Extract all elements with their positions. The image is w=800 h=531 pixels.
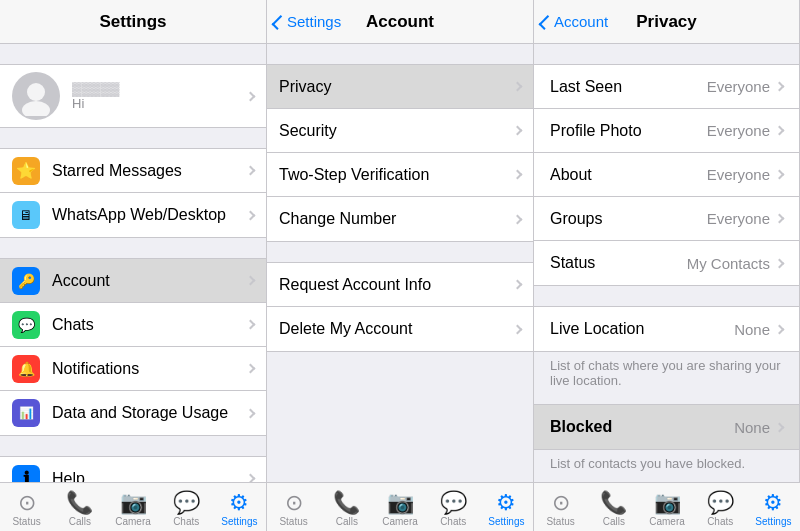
account-item[interactable]: 🔑 Account bbox=[0, 259, 266, 303]
profilephoto-label: Profile Photo bbox=[550, 122, 707, 140]
tab-calls-mid[interactable]: 📞 Calls bbox=[320, 483, 373, 531]
blocked-value: None bbox=[734, 419, 770, 436]
status-icon-mid: ⊙ bbox=[285, 492, 303, 514]
webdesktop-item[interactable]: 🖥 WhatsApp Web/Desktop bbox=[0, 193, 266, 237]
status-item[interactable]: Status My Contacts bbox=[534, 241, 799, 285]
about-label: About bbox=[550, 166, 707, 184]
account-panel: Settings Account Privacy Security Two-St… bbox=[267, 0, 534, 482]
twostep-label: Two-Step Verification bbox=[279, 166, 514, 184]
account-header: Settings Account bbox=[267, 0, 533, 44]
status-label-left: Status bbox=[12, 516, 40, 527]
storage-item[interactable]: 📊 Data and Storage Usage bbox=[0, 391, 266, 435]
tab-camera-left[interactable]: 📷 Camera bbox=[106, 483, 159, 531]
lastseen-item[interactable]: Last Seen Everyone bbox=[534, 65, 799, 109]
privacy-section-2: Live Location None bbox=[534, 306, 799, 352]
tab-status-mid[interactable]: ⊙ Status bbox=[267, 483, 320, 531]
account-chevron bbox=[246, 276, 256, 286]
groups-item[interactable]: Groups Everyone bbox=[534, 197, 799, 241]
blocked-note: List of contacts you have blocked. bbox=[534, 450, 799, 477]
settings-title: Settings bbox=[99, 12, 166, 32]
livelocation-note: List of chats where you are sharing your… bbox=[534, 352, 799, 394]
privacy-back-button[interactable]: Account bbox=[542, 13, 608, 30]
account-section-1: Privacy Security Two-Step Verification C… bbox=[267, 64, 533, 242]
account-back-button[interactable]: Settings bbox=[275, 13, 341, 30]
lastseen-value: Everyone bbox=[707, 78, 770, 95]
livelocation-value: None bbox=[734, 321, 770, 338]
status-icon-left: ⊙ bbox=[18, 492, 36, 514]
security-item[interactable]: Security bbox=[267, 109, 533, 153]
privacy-header: Account Privacy bbox=[534, 0, 799, 44]
tab-status-left[interactable]: ⊙ Status bbox=[0, 483, 53, 531]
tab-chats-mid[interactable]: 💬 Chats bbox=[427, 483, 480, 531]
privacy-back-chevron bbox=[539, 15, 554, 30]
left-tab-bar: ⊙ Status 📞 Calls 📷 Camera 💬 Chats ⚙ Sett… bbox=[0, 483, 267, 531]
chats-label-right: Chats bbox=[707, 516, 733, 527]
svg-point-1 bbox=[22, 101, 50, 116]
tab-chats-left[interactable]: 💬 Chats bbox=[160, 483, 213, 531]
account-section-2: Request Account Info Delete My Account bbox=[267, 262, 533, 352]
starred-icon: ⭐ bbox=[12, 157, 40, 185]
status-value: My Contacts bbox=[687, 255, 770, 272]
storage-icon: 📊 bbox=[12, 399, 40, 427]
mid-tab-bar: ⊙ Status 📞 Calls 📷 Camera 💬 Chats ⚙ Sett… bbox=[267, 483, 534, 531]
profile-row[interactable]: ▓▓▓▓▓ Hi bbox=[0, 64, 266, 128]
tab-camera-mid[interactable]: 📷 Camera bbox=[373, 483, 426, 531]
lastseen-label: Last Seen bbox=[550, 78, 707, 96]
livelocation-item[interactable]: Live Location None bbox=[534, 307, 799, 351]
tab-chats-right[interactable]: 💬 Chats bbox=[694, 483, 747, 531]
tab-status-right[interactable]: ⊙ Status bbox=[534, 483, 587, 531]
delete-chevron bbox=[513, 324, 523, 334]
privacy-chevron bbox=[513, 82, 523, 92]
help-icon: ℹ bbox=[12, 465, 40, 483]
tab-settings-left[interactable]: ⚙ Settings bbox=[213, 483, 266, 531]
account-icon: 🔑 bbox=[12, 267, 40, 295]
settings-label-left: Settings bbox=[221, 516, 257, 527]
help-item[interactable]: ℹ Help bbox=[0, 457, 266, 482]
settings-label-mid: Settings bbox=[488, 516, 524, 527]
account-title: Account bbox=[366, 12, 434, 32]
tab-camera-right[interactable]: 📷 Camera bbox=[640, 483, 693, 531]
changenumber-item[interactable]: Change Number bbox=[267, 197, 533, 241]
blocked-label: Blocked bbox=[550, 418, 734, 436]
profilephoto-item[interactable]: Profile Photo Everyone bbox=[534, 109, 799, 153]
security-label: Security bbox=[279, 122, 514, 140]
storage-label: Data and Storage Usage bbox=[52, 404, 247, 422]
chats-item[interactable]: 💬 Chats bbox=[0, 303, 266, 347]
tab-calls-left[interactable]: 📞 Calls bbox=[53, 483, 106, 531]
privacy-section-1: Last Seen Everyone Profile Photo Everyon… bbox=[534, 64, 799, 286]
privacy-label: Privacy bbox=[279, 78, 514, 96]
account-back-chevron bbox=[272, 15, 287, 30]
status-chevron bbox=[775, 258, 785, 268]
settings-header: Settings bbox=[0, 0, 266, 44]
about-item[interactable]: About Everyone bbox=[534, 153, 799, 197]
requestinfo-item[interactable]: Request Account Info bbox=[267, 263, 533, 307]
about-chevron bbox=[775, 170, 785, 180]
starred-chevron bbox=[246, 166, 256, 176]
chats-label-left: Chats bbox=[173, 516, 199, 527]
livelocation-label: Live Location bbox=[550, 320, 734, 338]
delete-item[interactable]: Delete My Account bbox=[267, 307, 533, 351]
calls-label-left: Calls bbox=[69, 516, 91, 527]
calls-label-mid: Calls bbox=[336, 516, 358, 527]
tab-calls-right[interactable]: 📞 Calls bbox=[587, 483, 640, 531]
webdesktop-chevron bbox=[246, 210, 256, 220]
blocked-item[interactable]: Blocked None bbox=[534, 405, 799, 449]
status-label-mid: Status bbox=[279, 516, 307, 527]
calls-icon-mid: 📞 bbox=[333, 492, 360, 514]
settings-section-3: ℹ Help ❤ Tell a Friend bbox=[0, 456, 266, 482]
privacy-back-label: Account bbox=[554, 13, 608, 30]
tab-settings-mid[interactable]: ⚙ Settings bbox=[480, 483, 533, 531]
starred-messages-item[interactable]: ⭐ Starred Messages bbox=[0, 149, 266, 193]
storage-chevron bbox=[246, 408, 256, 418]
settings-panel: Settings ▓▓▓▓▓ Hi ⭐ Starred Messages bbox=[0, 0, 267, 482]
tab-settings-right[interactable]: ⚙ Settings bbox=[747, 483, 800, 531]
profile-name: ▓▓▓▓▓ bbox=[72, 81, 247, 96]
privacy-item[interactable]: Privacy bbox=[267, 65, 533, 109]
chats-label-mid: Chats bbox=[440, 516, 466, 527]
chats-chevron bbox=[246, 320, 256, 330]
twostep-item[interactable]: Two-Step Verification bbox=[267, 153, 533, 197]
notifications-item[interactable]: 🔔 Notifications bbox=[0, 347, 266, 391]
settings-icon-left: ⚙ bbox=[229, 492, 249, 514]
groups-value: Everyone bbox=[707, 210, 770, 227]
tab-bar: ⊙ Status 📞 Calls 📷 Camera 💬 Chats ⚙ Sett… bbox=[0, 482, 800, 531]
